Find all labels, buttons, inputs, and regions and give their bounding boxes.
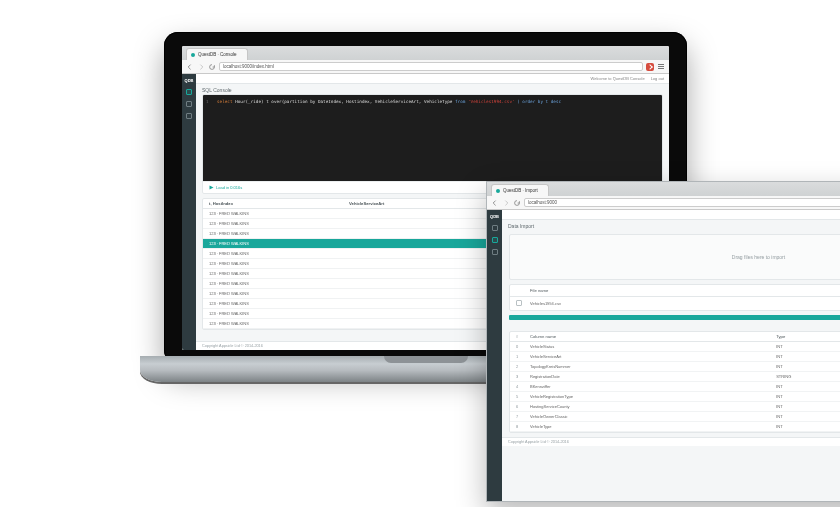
file-col-check [510, 285, 524, 296]
topbar: Welcome to QuestDB Console Log out [502, 210, 840, 220]
checkbox[interactable] [516, 300, 522, 306]
schema-cell: 1 [510, 352, 524, 361]
schema-table: # Column name Type Errors 0VehicleStatus… [509, 331, 840, 433]
table-cell: 123 · FRED WALKINS [203, 279, 343, 288]
schema-row[interactable]: 3RegistrationDateSTRING0 [510, 372, 840, 382]
progress-bar [509, 315, 840, 320]
schema-col-name[interactable]: Column name [524, 332, 770, 341]
progress-file-label: Vehicles1994.csv [510, 322, 840, 327]
browser-tab[interactable]: QuestDB · Console [186, 48, 248, 60]
sidebar: QDB [487, 210, 502, 501]
schema-cell: INT [770, 412, 840, 421]
table-cell: 123 · FRED WALKINS [203, 249, 343, 258]
dropzone-label: Drag files here to import [732, 254, 785, 260]
schema-cell: INT [770, 382, 840, 391]
schema-body: 0VehicleStatusINT01VehicleServiceArtINT0… [510, 342, 840, 432]
sql-keyword-select: select [217, 99, 233, 104]
opera-button[interactable] [646, 63, 654, 71]
schema-cell: INT [770, 342, 840, 351]
topbar: Welcome to QuestDB Console Log out [196, 74, 669, 84]
schema-row[interactable]: 1VehicleServiceArtINT0 [510, 352, 840, 362]
table-cell: 123 · FRED WALKINS [203, 229, 343, 238]
popup-window: QuestDB · Import localhost:9000 QDB W [486, 181, 840, 502]
app-logo[interactable]: QDB [184, 77, 194, 83]
browser-toolbar: localhost:9000/index.html [182, 60, 669, 73]
sql-editor[interactable]: 1select Hour(_ride) t over(partition by … [203, 95, 662, 181]
schema-row[interactable]: 7VehicleOwnerClassicINT0 [510, 412, 840, 422]
hamburger-icon[interactable] [657, 64, 665, 69]
browser-toolbar: localhost:9000 [487, 196, 840, 209]
schema-cell: 6 [510, 402, 524, 411]
app-logo[interactable]: QDB [490, 213, 500, 219]
page-title: SQL Console [196, 84, 669, 94]
line-number: 1 [206, 98, 209, 106]
forward-icon[interactable] [502, 199, 510, 207]
schema-col-index[interactable]: # [510, 332, 524, 341]
schema-cell: 3 [510, 372, 524, 381]
table-cell: 123 · FRED WALKINS [203, 269, 343, 278]
browser-tabstrip: QuestDB · Console [182, 46, 669, 60]
table-cell: 123 · FRED WALKINS [203, 299, 343, 308]
file-col-name[interactable]: File name [524, 285, 840, 296]
schema-cell: STRING [770, 372, 840, 381]
schema-cell: 0 [510, 342, 524, 351]
reload-icon[interactable] [208, 63, 216, 71]
file-row[interactable]: Vehicles1994.csv 248M Import [510, 297, 840, 310]
file-name: Vehicles1994.csv [524, 298, 840, 309]
page-title: Data Import [502, 220, 840, 230]
schema-cell: 7 [510, 412, 524, 421]
browser-chrome: QuestDB · Import localhost:9000 [487, 182, 840, 210]
footer: Copyright Appsicle Ltd © 2014-2016 [502, 437, 840, 446]
schema-row[interactable]: 2TopologyKreisNummerINT0 [510, 362, 840, 372]
schema-row[interactable]: 8VehicleTypeINT0 [510, 422, 840, 432]
favicon-icon [191, 53, 195, 57]
schema-row[interactable]: 6HostingServiceCountyINT0 [510, 402, 840, 412]
main-area: Welcome to QuestDB Console Log out Data … [502, 210, 840, 501]
address-bar[interactable]: localhost:9000 [524, 198, 840, 207]
sidebar-item-import[interactable] [186, 101, 192, 107]
schema-col-type[interactable]: Type [770, 332, 840, 341]
sidebar: QDB [182, 74, 196, 350]
tab-title: QuestDB · Console [198, 52, 237, 57]
sql-body: Hour(_ride) t over(partition by DateInde… [235, 99, 452, 104]
schema-cell: 8 [510, 422, 524, 431]
sidebar-item-import[interactable] [492, 237, 498, 243]
dropzone[interactable]: Drag files here to import [509, 234, 840, 280]
favicon-icon [496, 189, 500, 193]
address-bar[interactable]: localhost:9000/index.html [219, 62, 643, 71]
schema-row[interactable]: 5VehicleRegistrationTypeINT0 [510, 392, 840, 402]
logout-link[interactable]: Log out [651, 76, 664, 81]
back-icon[interactable] [491, 199, 499, 207]
schema-cell: VehicleRegistrationType [524, 392, 770, 401]
schema-row[interactable]: 4BKennzifferINT0 [510, 382, 840, 392]
schema-cell: INT [770, 362, 840, 371]
address-text: localhost:9000/index.html [223, 64, 274, 69]
schema-cell: VehicleServiceArt [524, 352, 770, 361]
table-cell: 123 · FRED WALKINS [203, 319, 343, 328]
sidebar-item-console[interactable] [186, 89, 192, 95]
schema-header: # Column name Type Errors [510, 332, 840, 342]
browser-tab[interactable]: QuestDB · Import [491, 184, 549, 196]
run-button[interactable]: Load in 0.016s [209, 185, 242, 190]
browser-tabstrip: QuestDB · Import [487, 182, 840, 196]
sidebar-item-console[interactable] [492, 225, 498, 231]
schema-cell: INT [770, 392, 840, 401]
table-cell: 123 · FRED WALKINS [203, 289, 343, 298]
schema-cell: 5 [510, 392, 524, 401]
back-icon[interactable] [186, 63, 194, 71]
schema-row[interactable]: 0VehicleStatusINT0 [510, 342, 840, 352]
reload-icon[interactable] [513, 199, 521, 207]
sql-panel: 1select Hour(_ride) t over(partition by … [202, 94, 663, 194]
sidebar-item-other[interactable] [492, 249, 498, 255]
schema-cell: INT [770, 422, 840, 431]
forward-icon[interactable] [197, 63, 205, 71]
laptop-notch [384, 356, 468, 363]
file-list: File name Size Status Vehicles1994.csv 2… [509, 284, 840, 311]
schema-cell: HostingServiceCounty [524, 402, 770, 411]
grid-col-1[interactable]: t, HostIndex [203, 199, 343, 208]
schema-cell: INT [770, 352, 840, 361]
schema-cell: INT [770, 402, 840, 411]
sidebar-item-other[interactable] [186, 113, 192, 119]
sql-string: 'Vehicles1994.csv' [468, 99, 515, 104]
app-shell: QDB Welcome to QuestDB Console Log out D… [487, 210, 840, 501]
